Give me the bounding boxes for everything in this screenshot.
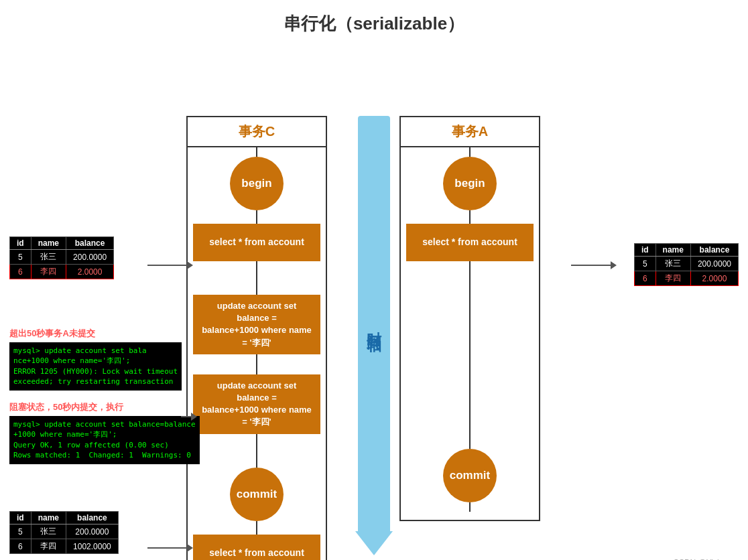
table-row-highlighted: 6 李四 2.0000: [10, 265, 114, 279]
col-id: id: [10, 237, 32, 250]
transaction-a-column: 事务A begin select * from account commit: [399, 116, 540, 521]
time-axis: 时间轴: [355, 116, 393, 555]
col-name: name: [656, 244, 690, 257]
left-table-bottom-container: id name balance 5 张三 200.0000 6 李四 1002.…: [9, 511, 119, 554]
col-name: name: [31, 237, 66, 250]
col-balance: balance: [690, 244, 738, 257]
blocked-section: 阻塞状态，50秒内提交，执行 mysql> update account set…: [9, 397, 200, 467]
cell-id: 5: [10, 250, 32, 265]
cell-balance: 200.0000: [690, 257, 738, 271]
txn-c-select2: select * from account: [193, 535, 320, 561]
txn-a-commit: commit: [443, 449, 497, 502]
table-row: 5 张三 200.0000: [10, 250, 114, 265]
cell-balance: 200.0000: [66, 524, 119, 539]
col-balance: balance: [66, 512, 119, 524]
txn-c-update2: update account set balance =balance+1000…: [193, 374, 320, 434]
cell-balance: 2.0000: [66, 265, 114, 279]
txn-c-select1: select * from account: [193, 224, 320, 261]
arrow-bottom-table-to-select2: [147, 547, 188, 549]
cell-name: 张三: [31, 250, 66, 265]
cell-balance: 200.0000: [66, 250, 114, 265]
cell-balance: 2.0000: [690, 271, 738, 286]
txn-c-begin: begin: [230, 157, 284, 210]
cell-id: 6: [10, 539, 32, 554]
left-table-top-container: id name balance 5 张三 200.0000 6 李四 2.000…: [9, 236, 114, 279]
transaction-a-header: 事务A: [401, 117, 539, 147]
arrow-blocked-to-update2: [181, 416, 192, 417]
time-axis-bar: 时间轴: [358, 116, 390, 531]
error-code-block: mysql> update account set bala nce+1000 …: [9, 342, 182, 391]
error-section: 超出50秒事务A未提交 mysql> update account set ba…: [9, 324, 182, 393]
cell-balance: 1002.0000: [66, 539, 119, 554]
right-table-container: id name balance 5 张三 200.0000 6 李四 2.000…: [634, 243, 739, 286]
time-axis-arrow: [355, 531, 393, 555]
cell-id: 5: [634, 257, 656, 271]
col-id: id: [634, 244, 656, 257]
col-id: id: [10, 512, 32, 524]
txn-c-update1: update account set balance =balance+1000…: [193, 295, 320, 354]
blocked-code-block: mysql> update account set balance=balanc…: [9, 416, 200, 464]
transaction-c-column: 事务C begin select * from account update a…: [186, 116, 327, 560]
col-name: name: [31, 512, 66, 524]
cell-id: 5: [10, 524, 32, 539]
cell-name: 张三: [31, 524, 66, 539]
main-area: 时间轴 事务C begin select * from account upda…: [0, 42, 748, 560]
table-row: 5 张三 200.0000: [10, 524, 119, 539]
cell-id: 6: [10, 265, 32, 279]
cell-name: 李四: [31, 265, 66, 279]
blocked-label: 阻塞状态，50秒内提交，执行: [9, 401, 200, 413]
table-row-highlighted: 6 李四 2.0000: [634, 271, 738, 286]
cell-name: 李四: [31, 539, 66, 554]
table-top-left: id name balance 5 张三 200.0000 6 李四 2.000…: [9, 236, 114, 279]
error-label: 超出50秒事务A未提交: [9, 328, 182, 340]
cell-id: 6: [634, 271, 656, 286]
transaction-a-body: begin select * from account commit: [401, 147, 539, 520]
cell-name: 李四: [656, 271, 690, 286]
table-row: 6 李四 1002.0000: [10, 539, 119, 554]
txn-c-commit: commit: [230, 468, 284, 521]
table-top-right: id name balance 5 张三 200.0000 6 李四 2.000…: [634, 243, 739, 286]
arrow-select1-to-right-table: [571, 265, 611, 266]
table-row: 5 张三 200.0000: [634, 257, 738, 271]
arrow-left-table-to-select: [147, 265, 188, 266]
transaction-c-body: begin select * from account update accou…: [188, 147, 326, 560]
time-axis-label: 时间轴: [364, 320, 384, 328]
page-title: 串行化（serializable）: [0, 0, 748, 42]
txn-a-begin: begin: [443, 157, 497, 210]
transaction-c-header: 事务C: [188, 117, 326, 147]
col-balance: balance: [66, 237, 114, 250]
txn-a-select1: select * from account: [406, 224, 534, 261]
table-bottom-left: id name balance 5 张三 200.0000 6 李四 1002.…: [9, 511, 119, 554]
cell-name: 张三: [656, 257, 690, 271]
